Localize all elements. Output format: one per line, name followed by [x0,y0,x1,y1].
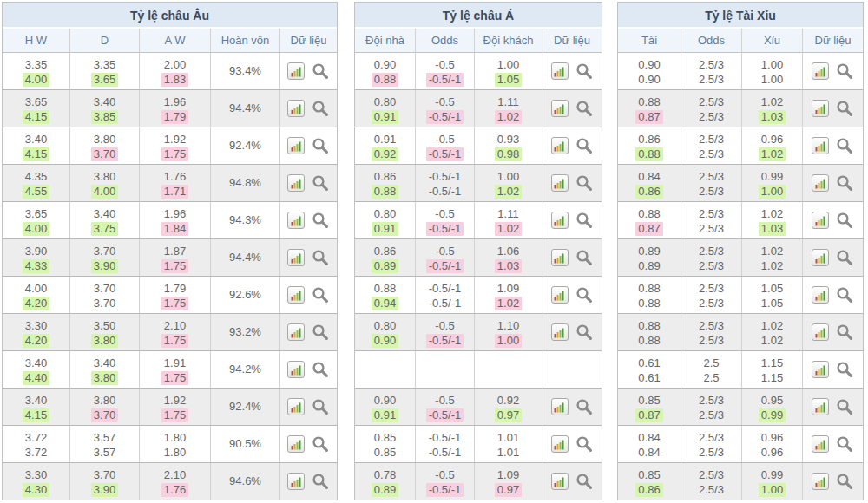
odds-value: 1.09 [495,468,522,482]
magnifier-icon[interactable] [312,249,330,267]
bar-chart-icon[interactable] [287,249,305,266]
magnifier-icon[interactable] [836,286,854,304]
magnifier-icon[interactable] [312,212,330,230]
bar-chart-icon[interactable] [287,137,305,154]
odds-line: 0.92 [355,146,415,160]
magnifier-icon[interactable] [312,473,330,491]
payout-cell: 93.4% [211,53,280,89]
magnifier-icon[interactable] [575,100,594,118]
odds-line: 3.30 [3,467,69,481]
magnifier-icon[interactable] [312,435,330,454]
magnifier-icon[interactable] [575,398,594,416]
magnifier-icon[interactable] [312,62,330,81]
magnifier-icon[interactable] [836,62,854,81]
bar-chart-icon[interactable] [551,286,569,304]
magnifier-icon[interactable] [836,100,854,118]
column-header: Odds [416,29,475,52]
table-row: 0.800.91-0.5-0.5/-11.111.02 [355,89,602,127]
bar-chart-icon[interactable] [551,249,569,266]
magnifier-icon[interactable] [836,174,854,193]
odds-line: 3.30 [3,317,69,332]
table-row: 0.860.882.5/32.5/30.961.02 [618,127,863,164]
table-row: 0.860.89-0.5-0.5/-11.061.03 [355,238,602,276]
magnifier-icon[interactable] [575,323,594,342]
magnifier-icon[interactable] [575,435,594,454]
magnifier-icon[interactable] [312,361,330,379]
bar-chart-icon[interactable] [287,361,305,378]
bar-chart-icon[interactable] [812,435,829,453]
magnifier-icon[interactable] [575,249,594,267]
bar-chart-icon[interactable] [812,62,829,80]
odds-line: 0.86 [618,183,681,198]
odds-line: 1.02 [742,258,802,272]
bar-chart-icon[interactable] [551,100,569,117]
bar-chart-icon[interactable] [812,473,829,490]
bar-chart-icon[interactable] [812,249,829,266]
odds-cell: 1.021.03 [742,202,803,238]
bar-chart-icon[interactable] [551,212,569,229]
bar-chart-icon[interactable] [551,137,569,154]
magnifier-icon[interactable] [575,62,594,81]
magnifier-icon[interactable] [836,473,854,491]
magnifier-icon[interactable] [836,323,854,342]
magnifier-icon[interactable] [312,137,330,155]
odds-cell: 0.991.00 [742,463,803,500]
odds-line: 0.87 [618,108,681,123]
header-row: H WDA WHoàn vốnDữ liệu [3,29,337,53]
odds-value: 3.57 [91,431,118,445]
odds-cell: 0.930.98 [475,127,542,164]
bar-chart-icon[interactable] [551,435,569,453]
bar-chart-icon[interactable] [551,174,569,192]
bar-chart-icon[interactable] [551,398,569,415]
magnifier-icon[interactable] [836,137,854,155]
odds-value: 1.02 [495,185,522,199]
bar-chart-icon[interactable] [287,398,305,415]
magnifier-icon[interactable] [312,398,330,416]
magnifier-icon[interactable] [836,361,854,379]
odds-value: 1.00 [495,170,522,184]
bar-chart-icon[interactable] [812,398,829,415]
magnifier-icon[interactable] [836,212,854,230]
data-cell [280,277,337,313]
magnifier-icon[interactable] [575,212,594,230]
payout-value: 94.4% [227,251,264,265]
bar-chart-icon[interactable] [287,212,305,229]
magnifier-icon[interactable] [836,398,854,416]
magnifier-icon[interactable] [575,137,594,155]
bar-chart-icon[interactable] [551,473,569,490]
magnifier-icon[interactable] [836,249,854,267]
magnifier-icon[interactable] [312,286,330,304]
bar-chart-icon[interactable] [812,100,829,117]
magnifier-icon[interactable] [836,435,854,454]
bar-chart-icon[interactable] [287,473,305,490]
magnifier-icon[interactable] [312,100,330,118]
bar-chart-icon[interactable] [287,100,305,117]
bar-chart-icon[interactable] [812,212,829,229]
odds-cell: 0.840.84 [618,426,681,462]
magnifier-icon[interactable] [575,174,594,193]
magnifier-icon[interactable] [575,286,594,304]
column-header: Tài [618,29,681,52]
bar-chart-icon[interactable] [551,62,569,80]
bar-chart-icon[interactable] [287,62,305,80]
bar-chart-icon[interactable] [812,361,829,378]
bar-chart-icon[interactable] [812,174,829,192]
bar-chart-icon[interactable] [287,174,305,192]
bar-chart-icon[interactable] [812,137,829,154]
bar-chart-icon[interactable] [812,323,829,341]
bar-chart-icon[interactable] [287,323,305,341]
odds-value: 4.40 [23,371,49,385]
bar-chart-icon[interactable] [287,435,305,453]
magnifier-icon[interactable] [312,174,330,193]
odds-line [355,355,415,369]
bar-chart-icon[interactable] [812,286,829,304]
bar-chart-icon[interactable] [287,286,305,304]
odds-value: 0.85 [635,468,662,482]
odds-value: 1.75 [161,334,188,348]
magnifier-icon[interactable] [312,323,330,342]
odds-value: 0.86 [372,245,398,258]
odds-line: 1.15 [742,355,802,369]
column-header: Đội nhà [355,29,416,52]
magnifier-icon[interactable] [575,473,594,491]
bar-chart-icon[interactable] [551,323,569,341]
